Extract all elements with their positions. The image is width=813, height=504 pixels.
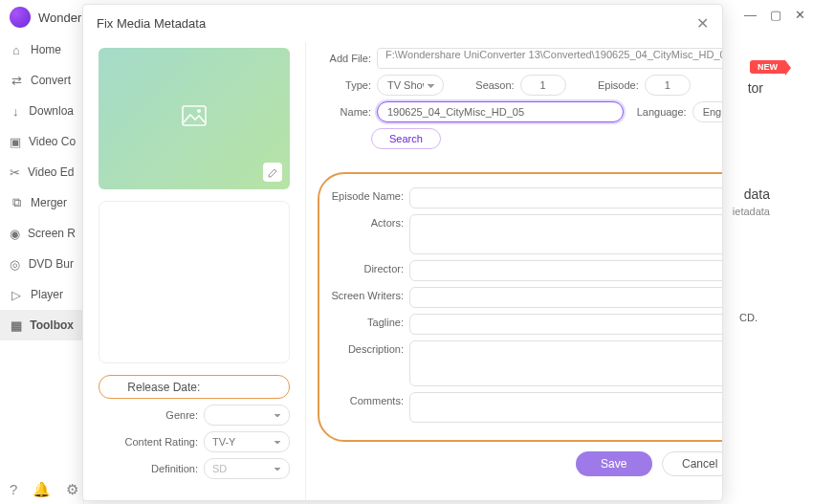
content-rating-row: Content Rating: TV-Y — [99, 431, 290, 452]
home-icon: ⌂ — [10, 43, 23, 57]
help-icon[interactable]: ? — [10, 481, 17, 498]
addfile-path-display[interactable]: F:\Wondershare UniConverter 13\Converted… — [377, 48, 722, 69]
definition-select[interactable]: SD — [204, 458, 290, 479]
addfile-row: Add File: F:\Wondershare UniConverter 13… — [318, 48, 722, 69]
gear-icon[interactable]: ⚙ — [66, 481, 78, 498]
close-button[interactable]: ✕ — [795, 8, 805, 22]
comments-input[interactable] — [409, 392, 722, 423]
episode-name-row: Episode Name: — [329, 187, 722, 208]
season-input[interactable] — [520, 75, 566, 96]
name-input[interactable] — [377, 101, 624, 122]
release-date-row: Release Date: — [99, 375, 290, 399]
fix-metadata-modal: Fix Media Metadata ✕ Release Date: — [82, 4, 723, 501]
season-label: Season: — [475, 79, 514, 91]
toolbox-icon: ▦ — [10, 318, 22, 333]
release-date-input[interactable] — [204, 380, 261, 394]
sidebar-item-label: Toolbox — [30, 318, 74, 332]
definition-label: Definition: — [99, 463, 198, 474]
sidebar-bottom-icons: ? 🔔 ⚙ — [10, 481, 78, 498]
content-rating-label: Content Rating: — [99, 436, 198, 448]
sidebar-item-merger[interactable]: ⧉Merger — [0, 187, 83, 218]
window-controls: — ▢ ✕ — [744, 8, 805, 22]
type-row: Type: TV Shows Season: Episode: — [318, 75, 722, 96]
tagline-row: Tagline: — [329, 314, 722, 335]
modal-close-button[interactable]: ✕ — [696, 14, 709, 33]
screen-writers-input[interactable] — [409, 287, 722, 308]
name-row: Name: Language: English — [318, 101, 722, 122]
cancel-button[interactable]: Cancel — [662, 451, 722, 476]
app-title: Wonder — [38, 11, 81, 25]
director-input[interactable] — [409, 260, 722, 281]
actors-label: Actors: — [329, 214, 404, 229]
modal-header: Fix Media Metadata ✕ — [83, 5, 722, 42]
convert-icon: ⇄ — [10, 74, 23, 88]
director-row: Director: — [329, 260, 722, 281]
language-label: Language: — [637, 106, 687, 118]
description-label: Description: — [329, 340, 404, 355]
description-input[interactable] — [409, 340, 722, 386]
maximize-button[interactable]: ▢ — [770, 8, 781, 22]
content-rating-select[interactable]: TV-Y — [204, 431, 290, 452]
play-icon: ▷ — [10, 288, 23, 302]
type-label: Type: — [318, 79, 371, 91]
sidebar-item-label: Merger — [31, 196, 67, 209]
scissors-icon: ✂ — [10, 165, 20, 180]
actors-row: Actors: — [329, 214, 722, 254]
episode-input[interactable] — [645, 75, 691, 96]
screen-writers-row: Screen Writers: — [329, 287, 722, 308]
record-icon: ◉ — [10, 227, 20, 241]
sidebar-item-converter[interactable]: ⇄Convert — [0, 65, 83, 96]
name-label: Name: — [318, 106, 371, 118]
bell-icon[interactable]: 🔔 — [33, 481, 51, 498]
sidebar-item-screen-recorder[interactable]: ◉Screen R — [0, 218, 83, 249]
language-select[interactable]: English — [692, 101, 722, 122]
comments-label: Comments: — [329, 392, 404, 406]
definition-row: Definition: SD — [99, 458, 290, 479]
sidebar-item-toolbox[interactable]: ▦Toolbox — [0, 310, 83, 340]
sidebar-item-label: Video Ed — [28, 165, 75, 179]
director-label: Director: — [329, 260, 404, 274]
search-button[interactable]: Search — [371, 128, 441, 149]
video-compress-icon: ▣ — [10, 135, 21, 149]
sidebar-item-player[interactable]: ▷Player — [0, 279, 83, 310]
sidebar: ⌂Home ⇄Convert ↓Downloa ▣Video Co ✂Video… — [0, 34, 84, 504]
search-row: Search — [318, 128, 722, 149]
edit-thumbnail-button[interactable] — [263, 163, 282, 182]
episode-label: Episode: — [598, 79, 639, 91]
genre-select[interactable] — [204, 405, 290, 426]
left-form: Release Date: Genre: Content Rating: TV-… — [99, 375, 290, 479]
screen-writers-label: Screen Writers: — [329, 287, 404, 301]
sidebar-item-downloader[interactable]: ↓Downloa — [0, 96, 83, 126]
app-logo-icon — [10, 7, 31, 28]
minimize-button[interactable]: — — [744, 8, 757, 22]
svg-rect-0 — [183, 106, 206, 125]
episode-name-input[interactable] — [409, 187, 722, 208]
sidebar-item-home[interactable]: ⌂Home — [0, 34, 83, 65]
modal-body: Release Date: Genre: Content Rating: TV-… — [83, 42, 722, 500]
type-select[interactable]: TV Shows — [377, 75, 444, 96]
actors-input[interactable] — [409, 214, 722, 254]
svg-point-1 — [197, 109, 201, 113]
sidebar-item-label: Home — [31, 43, 61, 56]
sidebar-item-label: Player — [31, 288, 63, 301]
plot-summary-box[interactable] — [99, 201, 290, 363]
sidebar-item-video-compressor[interactable]: ▣Video Co — [0, 126, 83, 157]
addfile-label: Add File: — [318, 53, 371, 64]
sidebar-item-label: DVD Bur — [29, 257, 74, 271]
right-pane: Add File: F:\Wondershare UniConverter 13… — [306, 42, 722, 500]
description-row: Description: — [329, 340, 722, 386]
bg-text: data — [744, 186, 770, 202]
download-icon: ↓ — [10, 104, 21, 119]
save-button[interactable]: Save — [576, 451, 652, 476]
sidebar-item-video-editor[interactable]: ✂Video Ed — [0, 157, 83, 187]
bg-text: ietadata — [733, 206, 770, 217]
addfile-path-text: F:\Wondershare UniConverter 13\Converted… — [385, 49, 722, 60]
disc-icon: ◎ — [10, 257, 21, 272]
cover-thumbnail[interactable] — [99, 48, 290, 189]
sidebar-item-label: Screen R — [28, 227, 76, 240]
metadata-fields-group: Episode Name: Actors: Director: Screen W… — [318, 172, 722, 442]
tagline-input[interactable] — [409, 314, 722, 335]
genre-label: Genre: — [99, 409, 198, 421]
comments-row: Comments: — [329, 392, 722, 423]
sidebar-item-dvd-burner[interactable]: ◎DVD Bur — [0, 249, 83, 279]
